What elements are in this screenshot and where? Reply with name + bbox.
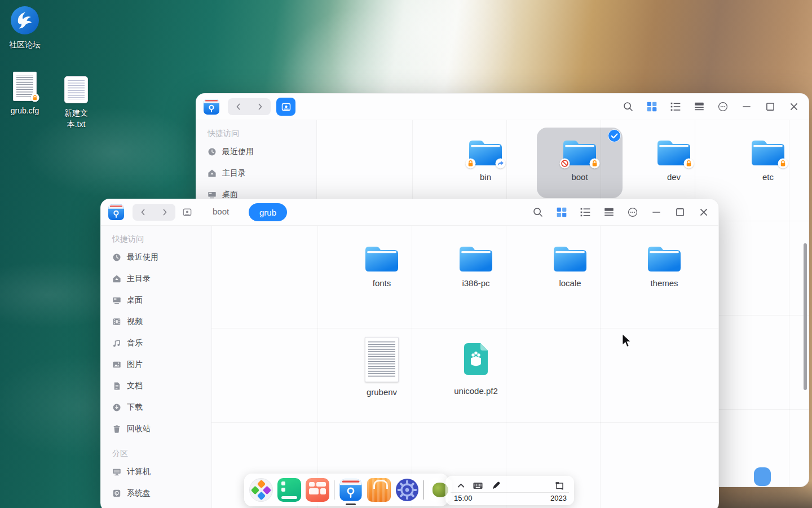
search-icon[interactable]: [623, 101, 634, 112]
file-icon: [464, 343, 488, 375]
sidebar-item-label: 视频: [127, 317, 143, 327]
file-item[interactable]: unicode.pf2: [438, 329, 514, 404]
sidebar-item-system-disk[interactable]: 系统盘: [101, 483, 211, 504]
tray-keyboard-icon[interactable]: [473, 481, 483, 491]
dock[interactable]: [244, 474, 448, 506]
forward-button[interactable]: [255, 102, 264, 111]
tray-expand-chevron-up-icon[interactable]: [456, 481, 466, 491]
navigation-buttons: [228, 98, 271, 115]
sidebar-item-label: 主目录: [222, 168, 246, 178]
dock-launcher-icon[interactable]: [249, 478, 273, 502]
share-badge-icon: [495, 158, 506, 169]
dock-app-store-icon[interactable]: [367, 478, 391, 502]
back-button[interactable]: [234, 102, 243, 111]
close-icon[interactable]: [698, 207, 709, 218]
breadcrumb-system-disk[interactable]: [276, 98, 295, 116]
toolbar: [623, 94, 800, 120]
sidebar-item-music[interactable]: 音乐: [101, 332, 211, 354]
desktop: 社区论坛 grub.cfg 新建文本.txt 快捷访问最近使用主目录桌面 bin…: [0, 0, 812, 508]
titlebar[interactable]: [196, 94, 809, 120]
toolbar: [532, 199, 709, 225]
maximize-icon[interactable]: [674, 207, 686, 218]
dock-album-icon[interactable]: [306, 478, 329, 502]
desktop-icon: [208, 190, 217, 199]
sidebar-item-home[interactable]: 主目录: [101, 268, 211, 290]
desktop-icon-new-text[interactable]: 新建文本.txt: [51, 76, 101, 130]
lock-badge-icon: [778, 158, 788, 169]
file-item[interactable]: dev: [631, 128, 717, 198]
minimize-icon[interactable]: [741, 101, 752, 112]
sidebar-item-documents[interactable]: 文档: [101, 375, 211, 397]
dock-file-manager-icon[interactable]: [339, 478, 363, 502]
file-item[interactable]: i386-pc: [438, 235, 514, 310]
file-item[interactable]: fonts: [343, 235, 420, 310]
lock-badge-icon: [589, 158, 600, 169]
computer-icon: [112, 467, 121, 476]
grid-view-icon[interactable]: [646, 101, 657, 112]
detail-view-icon[interactable]: [603, 207, 615, 218]
desktop-icon-forum[interactable]: 社区论坛: [0, 6, 50, 51]
sidebar-item-downloads[interactable]: 下载: [101, 397, 211, 418]
close-icon[interactable]: [788, 101, 800, 112]
sidebar-item-recent[interactable]: 最近使用: [196, 141, 316, 163]
list-view-icon[interactable]: [670, 101, 681, 112]
dock-app-board-icon[interactable]: [277, 478, 301, 502]
tray-year: 2023: [550, 494, 567, 502]
detail-view-icon[interactable]: [694, 101, 705, 112]
back-button[interactable]: [139, 208, 148, 217]
file-icon: [365, 337, 399, 382]
grid-view-icon[interactable]: [556, 207, 567, 218]
sidebar-item-label: 下载: [127, 402, 143, 413]
sidebar-item-videos[interactable]: 视频: [101, 311, 211, 332]
file-item[interactable]: themes: [626, 235, 703, 310]
sidebar-item-trash[interactable]: 回收站: [101, 418, 211, 440]
file-manager-window-grub[interactable]: boot grub 快捷访问最近使用主目录桌面视频音乐图片文档下载回收站分区计算…: [100, 199, 719, 508]
sidebar-item-computer[interactable]: 计算机: [101, 461, 211, 483]
dock-control-center-icon[interactable]: [395, 478, 419, 502]
file-item[interactable]: etc: [725, 128, 809, 198]
file-item[interactable]: bin: [443, 128, 528, 198]
file-icon: [552, 243, 588, 273]
file-item[interactable]: boot: [537, 128, 623, 198]
more-options-icon[interactable]: [717, 101, 729, 112]
file-icon: [656, 137, 692, 167]
sidebar-item-recent[interactable]: 最近使用: [101, 247, 211, 268]
more-options-icon[interactable]: [627, 207, 638, 218]
home-icon: [208, 169, 217, 178]
sidebar-item-label: 回收站: [127, 424, 151, 434]
sidebar-item-home[interactable]: 主目录: [196, 163, 316, 184]
sidebar: 快捷访问最近使用主目录桌面视频音乐图片文档下载回收站分区计算机系统盘: [101, 225, 212, 508]
system-tray[interactable]: 15:00 2023: [445, 476, 574, 505]
minimize-icon[interactable]: [651, 207, 662, 218]
breadcrumb-disk-icon[interactable]: [182, 207, 192, 217]
breadcrumb-grub-current[interactable]: grub: [249, 203, 287, 221]
forward-button[interactable]: [160, 208, 169, 217]
file-item[interactable]: locale: [532, 235, 608, 310]
file-item[interactable]: grubenv: [343, 329, 420, 404]
grid-separator: [211, 422, 718, 423]
desktop-icon-label: grub.cfg: [11, 106, 39, 117]
text-file-page: [365, 337, 399, 382]
system-disk-icon: [112, 489, 121, 498]
sidebar-item-label: 图片: [127, 360, 143, 370]
sidebar-item-pictures[interactable]: 图片: [101, 354, 211, 375]
breadcrumb-boot[interactable]: boot: [213, 207, 229, 216]
list-view-icon[interactable]: [580, 207, 591, 218]
documents-icon: [112, 382, 121, 391]
file-label: locale: [559, 278, 581, 288]
sidebar-item-desktop[interactable]: 桌面: [101, 290, 211, 311]
search-icon[interactable]: [532, 207, 544, 218]
file-label: unicode.pf2: [454, 386, 498, 396]
grid-separator: [211, 328, 718, 329]
maximize-icon[interactable]: [765, 101, 776, 112]
titlebar[interactable]: boot grub: [101, 199, 718, 226]
grid-separator: [317, 225, 318, 508]
vertical-scrollbar[interactable]: [804, 243, 807, 390]
tray-pen-icon[interactable]: [491, 481, 501, 491]
tray-screenshot-icon[interactable]: [555, 481, 564, 491]
desktop-icon-grub-cfg[interactable]: grub.cfg: [0, 72, 50, 117]
home-icon: [112, 274, 121, 283]
videos-icon: [112, 317, 121, 326]
music-icon: [112, 339, 121, 348]
sidebar-item-label: 音乐: [127, 338, 143, 348]
